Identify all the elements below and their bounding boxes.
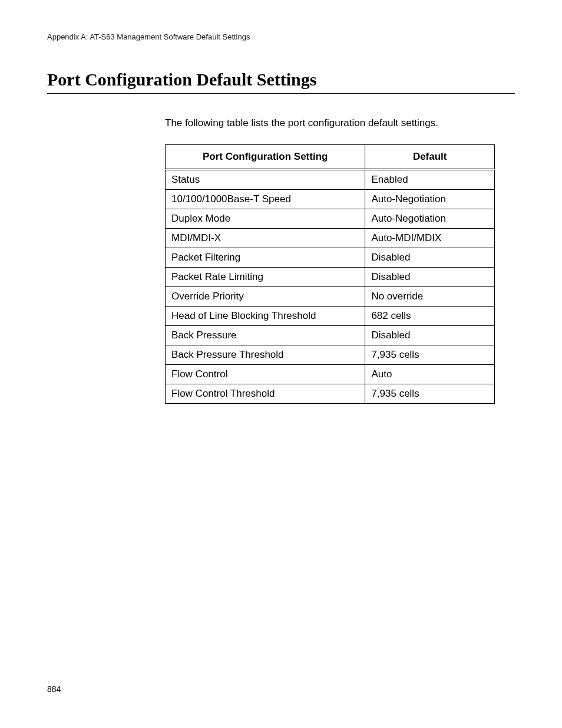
- page-number: 884: [47, 684, 61, 694]
- table-row: Override Priority No override: [166, 287, 495, 307]
- cell-default: Disabled: [365, 326, 495, 345]
- table-row: Back Pressure Threshold 7,935 cells: [166, 345, 495, 365]
- cell-default: Auto: [365, 365, 495, 384]
- cell-setting: Flow Control Threshold: [166, 384, 365, 404]
- cell-setting: Back Pressure: [166, 326, 365, 345]
- col-header-setting: Port Configuration Setting: [166, 145, 365, 170]
- page: Appendix A: AT-S63 Management Software D…: [0, 0, 562, 728]
- table-row: Duplex Mode Auto-Negotiation: [166, 209, 495, 229]
- cell-setting: Override Priority: [166, 287, 365, 307]
- cell-default: Auto-Negotiation: [365, 209, 495, 229]
- table-row: Packet Filtering Disabled: [166, 248, 495, 268]
- cell-setting: Back Pressure Threshold: [166, 345, 365, 365]
- cell-setting: Status: [166, 170, 365, 190]
- cell-default: 7,935 cells: [365, 384, 495, 404]
- cell-setting: 10/100/1000Base-T Speed: [166, 190, 365, 209]
- table-row: Back Pressure Disabled: [166, 326, 495, 345]
- intro-paragraph: The following table lists the port confi…: [165, 117, 515, 129]
- content-area: The following table lists the port confi…: [165, 117, 515, 404]
- table-row: Flow Control Threshold 7,935 cells: [166, 384, 495, 404]
- cell-setting: MDI/MDI-X: [166, 229, 365, 248]
- col-header-default: Default: [365, 145, 495, 170]
- table-row: 10/100/1000Base-T Speed Auto-Negotiation: [166, 190, 495, 209]
- table-header-row: Port Configuration Setting Default: [166, 145, 495, 170]
- cell-setting: Flow Control: [166, 365, 365, 384]
- cell-default: No override: [365, 287, 495, 307]
- cell-default: Auto-Negotiation: [365, 190, 495, 209]
- cell-default: Enabled: [365, 170, 495, 190]
- cell-default: Disabled: [365, 248, 495, 268]
- page-title: Port Configuration Default Settings: [47, 70, 515, 94]
- cell-setting: Packet Filtering: [166, 248, 365, 268]
- cell-default: Auto-MDI/MDIX: [365, 229, 495, 248]
- table-row: Head of Line Blocking Threshold 682 cell…: [166, 307, 495, 326]
- table-row: Flow Control Auto: [166, 365, 495, 384]
- settings-table: Port Configuration Setting Default Statu…: [165, 144, 495, 404]
- cell-setting: Head of Line Blocking Threshold: [166, 307, 365, 326]
- table-row: MDI/MDI-X Auto-MDI/MDIX: [166, 229, 495, 248]
- running-header: Appendix A: AT-S63 Management Software D…: [47, 32, 515, 41]
- cell-default: 7,935 cells: [365, 345, 495, 365]
- table-row: Status Enabled: [166, 170, 495, 190]
- cell-default: Disabled: [365, 268, 495, 287]
- cell-default: 682 cells: [365, 307, 495, 326]
- table-row: Packet Rate Limiting Disabled: [166, 268, 495, 287]
- cell-setting: Packet Rate Limiting: [166, 268, 365, 287]
- cell-setting: Duplex Mode: [166, 209, 365, 229]
